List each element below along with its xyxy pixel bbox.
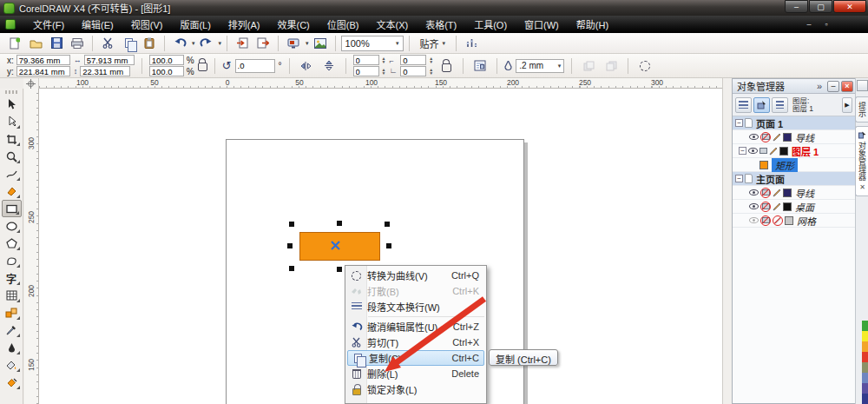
- print-button[interactable]: [68, 35, 87, 52]
- selection-handle[interactable]: [289, 266, 294, 271]
- tree-row-master-guides[interactable]: 导线: [733, 186, 855, 200]
- tree-row-page1[interactable]: − 页面 1: [733, 116, 855, 130]
- doc-restore-button[interactable]: ▫: [819, 20, 833, 29]
- collapse-icon[interactable]: −: [739, 147, 746, 155]
- menu-window[interactable]: 窗口(W): [516, 16, 568, 33]
- selection-handle[interactable]: [385, 222, 390, 227]
- polygon-tool[interactable]: [2, 235, 22, 252]
- layer-color-swatch[interactable]: [783, 189, 792, 197]
- tab-object-manager[interactable]: 对象管理器 ✕: [855, 126, 868, 196]
- undo-button[interactable]: [170, 35, 189, 52]
- menu-item-cut[interactable]: 剪切(T) Ctrl+X: [345, 334, 486, 350]
- layer-color-swatch[interactable]: [779, 147, 788, 156]
- close-button[interactable]: ✕: [833, 0, 866, 13]
- rotation-angle-field[interactable]: [235, 59, 275, 73]
- round-corners-together-button[interactable]: [437, 57, 456, 75]
- snap-to-button[interactable]: 贴齐 ▾: [415, 36, 451, 51]
- corner-radius-bl-field[interactable]: [353, 66, 379, 76]
- x-position-field[interactable]: [16, 55, 70, 65]
- fill-tool[interactable]: [2, 356, 22, 374]
- menu-file[interactable]: 文件(F): [24, 16, 73, 33]
- edit-across-layers-button[interactable]: [753, 97, 770, 113]
- layer-color-swatch[interactable]: [783, 133, 792, 142]
- menu-effects[interactable]: 效果(C): [269, 16, 319, 33]
- layer-color-swatch[interactable]: [783, 202, 792, 211]
- docker-close-button[interactable]: ×: [841, 81, 853, 92]
- crop-tool[interactable]: [2, 130, 22, 148]
- visibility-icon[interactable]: [748, 148, 758, 154]
- spinner-icon[interactable]: ▲▼: [382, 56, 386, 63]
- menu-item-lock-object[interactable]: 锁定对象(L): [345, 381, 486, 397]
- menu-edit[interactable]: 编辑(E): [73, 16, 122, 33]
- redo-button[interactable]: [197, 35, 216, 52]
- tree-row-master-page[interactable]: − 主页面: [733, 172, 855, 186]
- redo-dropdown-icon[interactable]: ▾: [219, 40, 222, 47]
- interactive-fill-tool[interactable]: [2, 374, 22, 391]
- selection-handle[interactable]: [337, 267, 342, 272]
- tree-row-grid[interactable]: 网格: [733, 214, 855, 228]
- tree-row-layer1[interactable]: − 图层 1: [733, 144, 855, 158]
- import-button[interactable]: [233, 35, 252, 52]
- zoom-level-select[interactable]: 100% ▾: [341, 36, 404, 51]
- palette-color[interactable]: [862, 352, 868, 362]
- ellipse-tool[interactable]: [2, 217, 22, 235]
- scale-lock-icon[interactable]: [198, 63, 207, 71]
- palette-color[interactable]: [862, 362, 868, 373]
- selection-handle[interactable]: [289, 222, 294, 227]
- minimize-button[interactable]: –: [785, 0, 808, 13]
- menu-table[interactable]: 表格(T): [417, 16, 465, 33]
- print-disabled-icon[interactable]: [760, 188, 771, 198]
- y-position-field[interactable]: [16, 66, 70, 76]
- mirror-vertical-button[interactable]: [319, 57, 339, 75]
- copy-button[interactable]: [119, 35, 138, 52]
- options-button[interactable]: [462, 35, 481, 52]
- printable-icon[interactable]: [760, 148, 767, 154]
- object-width-field[interactable]: [84, 55, 135, 65]
- collapse-docker-button[interactable]: [857, 80, 868, 91]
- visibility-icon[interactable]: [749, 203, 759, 209]
- spinner-icon[interactable]: ▲▼: [429, 68, 433, 75]
- vertical-scrollbar[interactable]: [722, 78, 732, 404]
- menu-bitmaps[interactable]: 位图(B): [319, 16, 368, 33]
- tree-row-page1-guides[interactable]: 导线: [733, 130, 855, 144]
- paste-button[interactable]: [140, 35, 159, 52]
- menu-help[interactable]: 帮助(H): [568, 16, 617, 33]
- menu-item-undo[interactable]: 撤消编辑属性(U) Ctrl+Z: [345, 319, 486, 334]
- tree-row-rectangle-object[interactable]: 矩形: [733, 158, 855, 172]
- palette-color[interactable]: [862, 331, 868, 341]
- menu-arrange[interactable]: 排列(A): [220, 16, 269, 33]
- palette-color[interactable]: [862, 383, 868, 394]
- edit-pencil-icon[interactable]: [773, 189, 781, 197]
- docker-minimize-button[interactable]: –: [827, 81, 839, 92]
- menu-view[interactable]: 视图(V): [122, 16, 172, 33]
- corner-radius-br-field[interactable]: [400, 66, 426, 76]
- undo-dropdown-icon[interactable]: ▾: [192, 40, 195, 47]
- visibility-disabled-icon[interactable]: [749, 217, 759, 223]
- new-document-button[interactable]: [5, 35, 24, 52]
- vertical-ruler[interactable]: 300 250 200 150: [24, 89, 39, 404]
- text-tool[interactable]: 字: [2, 269, 22, 287]
- visibility-icon[interactable]: [749, 134, 759, 140]
- application-launcher-button[interactable]: [284, 35, 303, 52]
- corner-radius-tl-field[interactable]: [353, 55, 379, 65]
- zoom-tool[interactable]: [2, 148, 22, 165]
- horizontal-ruler[interactable]: 100 50 0 50 100 150 200 250 300: [39, 78, 722, 89]
- palette-color[interactable]: [862, 321, 868, 331]
- menu-layout[interactable]: 版面(L): [171, 16, 219, 33]
- table-tool[interactable]: [2, 287, 22, 304]
- print-disabled-icon[interactable]: [760, 132, 771, 142]
- edit-disabled-icon[interactable]: [773, 215, 783, 226]
- smart-fill-tool[interactable]: [2, 182, 22, 200]
- layer-color-swatch[interactable]: [785, 216, 793, 225]
- menu-item-wrap-paragraph-text[interactable]: 段落文本换行(W): [345, 299, 486, 315]
- freehand-tool[interactable]: [2, 165, 22, 182]
- menu-item-convert-to-curves[interactable]: 转换为曲线(V) Ctrl+Q: [345, 268, 486, 283]
- layer-manager-view-button[interactable]: [772, 97, 788, 113]
- export-button[interactable]: [253, 35, 273, 52]
- outline-width-select[interactable]: .2 mm ▾: [516, 59, 564, 73]
- shape-tool[interactable]: [2, 113, 22, 130]
- selection-center-x-icon[interactable]: [330, 240, 341, 251]
- open-button[interactable]: [26, 35, 45, 52]
- toolbox-grip[interactable]: [5, 90, 17, 94]
- selection-handle[interactable]: [337, 221, 342, 226]
